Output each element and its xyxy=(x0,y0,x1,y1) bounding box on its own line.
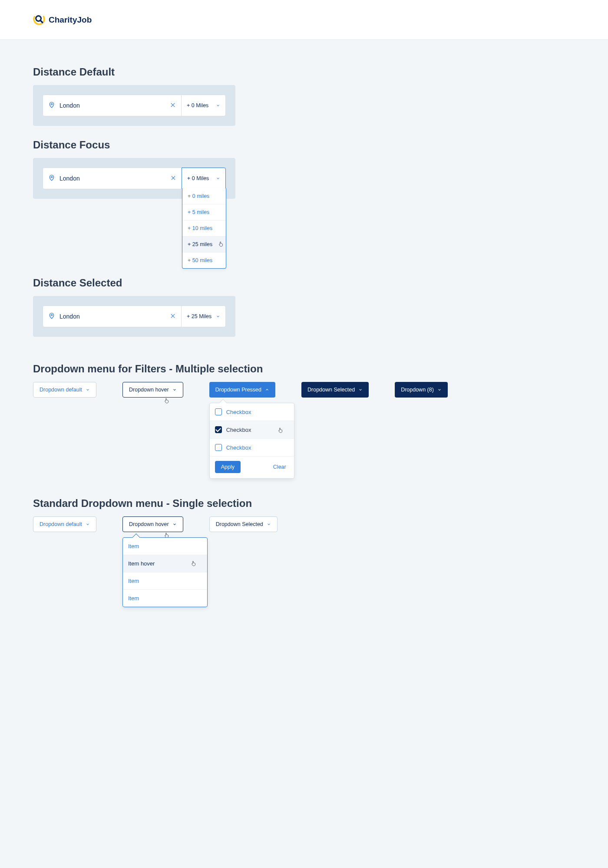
miles-dropdown-trigger[interactable]: + 0 Miles xyxy=(182,168,226,189)
svg-point-0 xyxy=(33,13,45,25)
dropdown-label: Dropdown hover xyxy=(129,521,169,527)
chevron-down-icon xyxy=(172,522,177,526)
filter-dropdown-row: Dropdown default Dropdown hover Dropdown… xyxy=(33,382,575,398)
dropdown-label: Dropdown hover xyxy=(129,387,169,393)
chevron-down-icon xyxy=(437,388,442,392)
single-dropdown-default[interactable]: Dropdown default xyxy=(33,516,96,532)
single-option[interactable]: Item xyxy=(123,572,207,590)
chevron-down-icon xyxy=(216,176,220,181)
single-option-label: Item hover xyxy=(128,560,155,567)
chevron-up-icon xyxy=(265,388,269,392)
svg-point-3 xyxy=(51,103,52,105)
checkbox-checked-icon xyxy=(215,426,222,433)
clear-location-button[interactable] xyxy=(170,102,176,109)
filter-popover-actions: Apply Clear xyxy=(210,457,294,478)
chevron-down-icon xyxy=(358,388,363,392)
app-header: CharityJob xyxy=(0,0,608,40)
chevron-down-icon xyxy=(216,314,220,319)
filter-option[interactable]: Checkbox xyxy=(210,421,294,439)
distance-panel-selected: + 25 Miles xyxy=(33,296,235,337)
section-title-distance-focus: Distance Focus xyxy=(33,139,575,151)
clear-location-button[interactable] xyxy=(170,313,176,320)
close-icon xyxy=(170,175,176,181)
distance-row: + 0 Miles xyxy=(43,95,226,116)
dropdown-label: Dropdown Selected xyxy=(307,387,355,393)
close-icon xyxy=(170,102,176,108)
logo-text: CharityJob xyxy=(49,15,92,25)
cursor-pointer-icon xyxy=(191,559,197,567)
filter-option-label: Checkbox xyxy=(226,444,251,451)
logo-mark-icon xyxy=(33,13,45,26)
cursor-pointer-icon xyxy=(218,240,224,248)
apply-button[interactable]: Apply xyxy=(215,461,241,473)
filter-option[interactable]: Checkbox xyxy=(210,403,294,421)
location-pin-icon xyxy=(48,312,55,321)
dropdown-label: Dropdown Pressed xyxy=(215,387,261,393)
logo: CharityJob xyxy=(33,13,92,26)
distance-panel-default: + 0 Miles xyxy=(33,85,235,126)
svg-line-2 xyxy=(40,20,43,23)
single-dropdown-row: Dropdown default Dropdown hover Item Ite… xyxy=(33,516,575,532)
miles-option[interactable]: + 0 miles xyxy=(182,188,226,204)
location-pin-icon xyxy=(48,102,55,110)
miles-option[interactable]: + 25 miles xyxy=(182,237,226,253)
location-input[interactable] xyxy=(59,174,167,182)
single-option[interactable]: Item xyxy=(123,538,207,555)
single-popover: Item Item hover Item Item xyxy=(122,537,208,607)
single-dropdown-hover[interactable]: Dropdown hover xyxy=(122,516,183,532)
chevron-down-icon xyxy=(172,388,177,392)
clear-location-button[interactable] xyxy=(170,175,176,182)
distance-row: + 0 Miles xyxy=(43,168,226,189)
cursor-pointer-icon xyxy=(164,397,170,404)
miles-option[interactable]: + 5 miles xyxy=(182,204,226,220)
location-input[interactable] xyxy=(59,102,166,109)
filter-option-label: Checkbox xyxy=(226,427,251,433)
miles-value: + 0 Miles xyxy=(187,102,208,108)
filter-option[interactable]: Checkbox xyxy=(210,439,294,457)
cursor-pointer-icon xyxy=(278,426,284,434)
miles-option[interactable]: + 10 miles xyxy=(182,220,226,237)
filter-dropdown-pressed[interactable]: Dropdown Pressed xyxy=(209,382,275,398)
dropdown-label: Dropdown default xyxy=(40,521,82,527)
single-dropdown-selected[interactable]: Dropdown Selected xyxy=(209,516,278,532)
section-title-single: Standard Dropdown menu - Single selectio… xyxy=(33,497,575,510)
section-title-distance-selected: Distance Selected xyxy=(33,277,575,289)
filter-popover: Checkbox Checkbox Checkbox Apply Clear xyxy=(209,403,294,479)
miles-option-label: + 25 miles xyxy=(188,241,212,247)
filter-option-label: Checkbox xyxy=(226,409,251,415)
location-input[interactable] xyxy=(59,312,166,320)
miles-dropdown-menu: + 0 miles + 5 miles + 10 miles + 25 mile… xyxy=(182,188,226,269)
chevron-down-icon xyxy=(267,522,271,526)
miles-value: + 25 Miles xyxy=(187,313,211,319)
section-title-distance-default: Distance Default xyxy=(33,66,575,78)
checkbox-icon xyxy=(215,408,222,415)
checkbox-icon xyxy=(215,444,222,451)
filter-dropdown-selected[interactable]: Dropdown Selected xyxy=(301,382,369,398)
single-option[interactable]: Item xyxy=(123,590,207,607)
dropdown-label: Dropdown (8) xyxy=(401,387,434,393)
section-title-filters-multi: Dropdown menu for Filters - Multiple sel… xyxy=(33,363,575,375)
dropdown-label: Dropdown default xyxy=(40,387,82,393)
miles-dropdown-trigger[interactable]: + 25 Miles xyxy=(181,306,225,327)
dropdown-label: Dropdown Selected xyxy=(216,521,263,527)
clear-button[interactable]: Clear xyxy=(271,464,289,470)
svg-point-6 xyxy=(51,176,52,178)
close-icon xyxy=(170,313,176,319)
single-option[interactable]: Item hover xyxy=(123,555,207,572)
distance-row: + 25 Miles xyxy=(43,306,226,327)
distance-panel-focus: + 0 Miles + 0 miles + 5 miles + 10 miles… xyxy=(33,158,235,199)
chevron-down-icon xyxy=(86,388,90,392)
miles-dropdown-trigger[interactable]: + 0 Miles xyxy=(181,95,225,116)
filter-dropdown-count[interactable]: Dropdown (8) xyxy=(395,382,448,398)
filter-dropdown-default[interactable]: Dropdown default xyxy=(33,382,96,398)
chevron-down-icon xyxy=(216,103,220,108)
filter-dropdown-hover[interactable]: Dropdown hover xyxy=(122,382,183,398)
chevron-down-icon xyxy=(86,522,90,526)
miles-option[interactable]: + 50 miles xyxy=(182,253,226,268)
svg-point-9 xyxy=(51,314,52,316)
miles-value: + 0 Miles xyxy=(187,175,209,181)
location-pin-icon xyxy=(48,174,55,183)
